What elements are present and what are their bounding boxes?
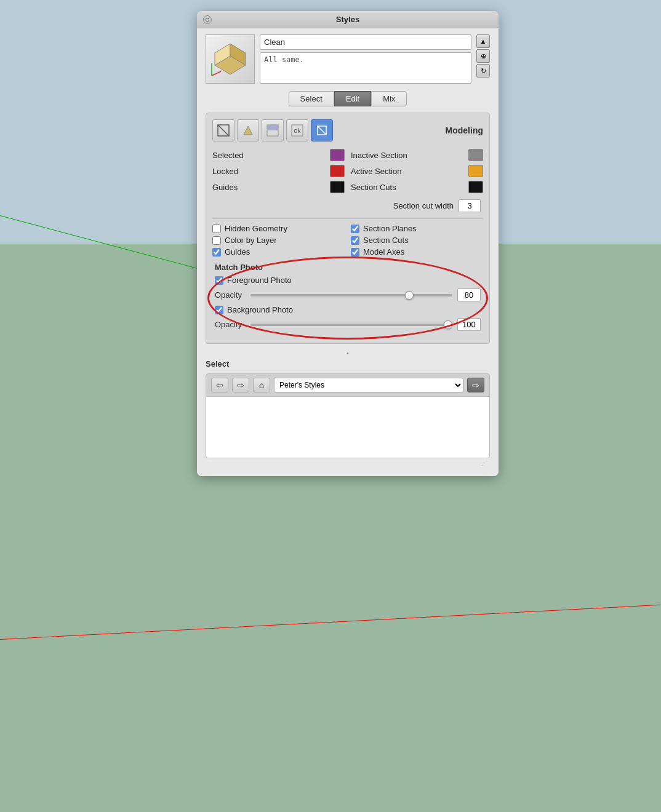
style-info — [260, 34, 471, 84]
svg-line-6 — [218, 125, 229, 136]
background-opacity-slider[interactable] — [250, 324, 452, 326]
style-name-input[interactable] — [260, 34, 471, 50]
foreground-photo-label: Foreground Photo — [227, 276, 292, 285]
color-row-inactive-section: Inactive Section — [351, 149, 483, 161]
background-photo-checkbox[interactable] — [215, 306, 223, 314]
color-row-active-section: Active Section — [351, 165, 483, 177]
divider-1 — [212, 218, 483, 219]
close-button[interactable]: ○ — [203, 15, 212, 24]
guides-checkbox[interactable] — [212, 248, 221, 257]
nav-add-style-button[interactable]: ⇨ — [467, 378, 484, 392]
model-axes-label: Model Axes — [363, 247, 404, 257]
tabs-row: Select Edit Mix — [206, 91, 490, 106]
foreground-opacity-row: Opacity — [215, 289, 481, 301]
section-cuts-swatch[interactable] — [468, 181, 483, 193]
svg-line-3 — [212, 71, 221, 76]
face-icon — [241, 124, 255, 137]
selected-label: Selected — [212, 151, 244, 160]
nav-forward-button[interactable]: ⇨ — [232, 378, 249, 392]
foreground-opacity-slider[interactable] — [250, 294, 452, 297]
locked-swatch[interactable] — [330, 165, 345, 177]
hidden-geometry-label: Hidden Geometry — [225, 224, 287, 233]
section-cuts-checkbox[interactable] — [351, 236, 359, 245]
active-section-label: Active Section — [351, 167, 401, 176]
section-cut-width-row: Section cut width — [212, 199, 483, 212]
model-axes-checkbox[interactable] — [351, 248, 359, 257]
modeling-settings-icon[interactable] — [311, 119, 333, 141]
modeling-label: Modeling — [446, 125, 483, 135]
section-planes-label: Section Planes — [363, 224, 417, 233]
color-grid: Selected Locked Guides Inactive — [212, 149, 483, 193]
background-opacity-value[interactable] — [457, 318, 481, 331]
section-cuts-label: Section Cuts — [351, 183, 396, 192]
background-settings-icon[interactable] — [262, 119, 284, 141]
inactive-section-label: Inactive Section — [351, 151, 407, 160]
tab-mix[interactable]: Mix — [371, 91, 407, 106]
styles-content-area — [206, 397, 490, 458]
watermark-settings-icon[interactable]: ok — [286, 119, 308, 141]
locked-label: Locked — [212, 167, 238, 176]
section-cut-width-input[interactable] — [459, 199, 481, 212]
color-row-selected: Selected — [212, 149, 345, 161]
checkbox-section-cuts: Section Cuts — [351, 236, 483, 245]
background-photo-row: Background Photo — [215, 305, 481, 314]
style-desc-input[interactable] — [260, 52, 471, 84]
style-refresh-button[interactable]: ↻ — [476, 64, 490, 78]
inactive-section-swatch[interactable] — [468, 149, 483, 161]
guides-label: Guides — [212, 183, 238, 192]
edit-panel: ok Modeling Selected — [206, 113, 490, 344]
color-by-layer-checkbox[interactable] — [212, 236, 221, 245]
background-opacity-row: Opacity — [215, 318, 481, 331]
resize-handle[interactable]: ⋰ — [206, 458, 490, 468]
thumbnail-icon — [209, 38, 252, 81]
style-preview-row: ▲ ⊕ ↻ — [206, 34, 490, 84]
checkbox-hidden-geometry: Hidden Geometry — [212, 224, 345, 233]
style-action-buttons: ▲ ⊕ ↻ — [476, 34, 490, 84]
style-thumbnail[interactable] — [206, 34, 255, 84]
face-settings-icon[interactable] — [237, 119, 259, 141]
svg-rect-9 — [267, 125, 278, 130]
color-row-section-cuts: Section Cuts — [351, 181, 483, 193]
section-cuts-label-2: Section Cuts — [363, 236, 409, 245]
checkbox-color-by-layer: Color by Layer — [212, 236, 345, 245]
svg-text:ok: ok — [294, 127, 301, 134]
match-photo-title: Match Photo — [215, 263, 481, 272]
edge-settings-icon[interactable] — [212, 119, 234, 141]
bottom-nav-bar: ⇦ ⇨ ⌂ Peter's Styles ⇨ — [206, 373, 490, 397]
nav-back-button[interactable]: ⇦ — [211, 378, 228, 392]
checkbox-grid: Hidden Geometry Section Planes Color by … — [212, 224, 483, 257]
section-cut-width-label: Section cut width — [393, 201, 454, 210]
background-photo-label: Background Photo — [227, 305, 293, 314]
style-up-button[interactable]: ▲ — [476, 34, 490, 48]
bottom-select-title: Select — [206, 359, 490, 368]
color-row-locked: Locked — [212, 165, 345, 177]
svg-marker-7 — [244, 126, 252, 135]
dot-separator: • — [206, 350, 490, 357]
active-section-swatch[interactable] — [468, 165, 483, 177]
color-row-guides: Guides — [212, 181, 345, 193]
background-icon — [266, 124, 279, 137]
foreground-photo-row: Foreground Photo — [215, 276, 481, 285]
style-add-button[interactable]: ⊕ — [476, 49, 490, 63]
guides-swatch[interactable] — [330, 181, 345, 193]
panel-title: Styles — [336, 15, 359, 24]
nav-home-button[interactable]: ⌂ — [253, 378, 270, 392]
title-bar: ○ Styles — [197, 11, 499, 28]
styles-dropdown[interactable]: Peter's Styles — [274, 378, 463, 392]
icon-bar: ok Modeling — [212, 119, 483, 141]
panel-body: ▲ ⊕ ↻ Select Edit Mix — [197, 28, 499, 476]
hidden-geometry-checkbox[interactable] — [212, 225, 221, 233]
section-planes-checkbox[interactable] — [351, 225, 359, 233]
edge-icon — [217, 124, 230, 137]
tab-select[interactable]: Select — [289, 91, 334, 106]
checkbox-model-axes: Model Axes — [351, 247, 483, 257]
selected-swatch[interactable] — [330, 149, 345, 161]
styles-panel: ○ Styles ▲ ⊕ — [197, 11, 499, 476]
modeling-icon — [315, 124, 329, 137]
foreground-photo-checkbox[interactable] — [215, 276, 223, 285]
tab-edit[interactable]: Edit — [334, 91, 371, 106]
color-column-left: Selected Locked Guides — [212, 149, 345, 193]
opacity-label-1: Opacity — [215, 290, 246, 300]
foreground-opacity-value[interactable] — [457, 289, 481, 301]
close-icon: ○ — [205, 15, 210, 24]
